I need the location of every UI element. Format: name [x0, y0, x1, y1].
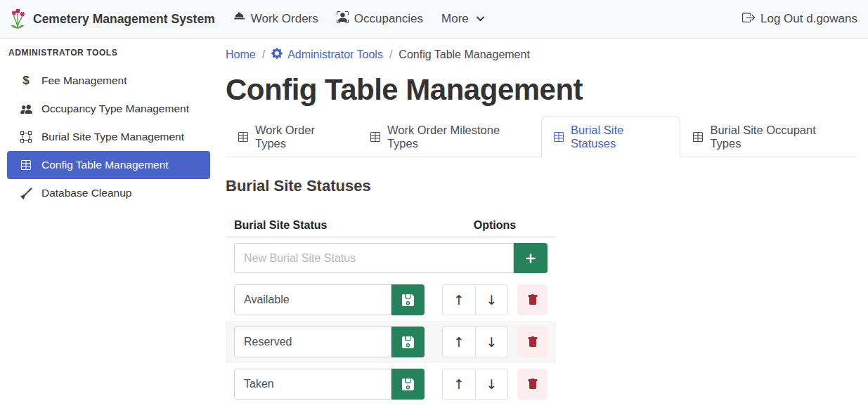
new-status-row — [226, 237, 556, 279]
breadcrumb-home[interactable]: Home — [226, 48, 256, 61]
person-bounding-box-icon — [337, 11, 349, 27]
reorder-group: ↑ ↓ — [442, 327, 508, 357]
tab-burial-site-occupant-types[interactable]: Burial Site Occupant Types — [680, 117, 857, 157]
move-down-button[interactable]: ↓ — [475, 284, 508, 315]
arrow-down-icon: ↓ — [486, 376, 498, 392]
tulip-logo-icon — [8, 8, 27, 29]
plus-icon — [524, 251, 538, 265]
status-row: ↑ ↓ — [226, 363, 556, 405]
tab-label: Work Order Types — [255, 124, 346, 150]
app-brand[interactable]: Cemetery Management System — [8, 8, 215, 29]
breadcrumb-separator: / — [389, 48, 392, 61]
sidebar-item-label: Burial Site Type Management — [41, 131, 184, 143]
arrow-down-icon: ↓ — [486, 292, 498, 308]
column-header-options: Options — [442, 219, 548, 232]
status-table: Burial Site Status Options ↑ ↓ — [226, 214, 556, 405]
arrow-up-icon: ↑ — [453, 376, 465, 392]
sidebar-item-label: Config Table Management — [41, 159, 169, 171]
status-row: ↑ ↓ — [226, 279, 556, 321]
chevron-down-icon — [476, 13, 485, 27]
breadcrumb-current: Config Table Management — [399, 48, 530, 61]
bounding-box-icon — [20, 131, 32, 143]
main-content: Home / Administrator Tools / Config Tabl… — [218, 39, 868, 415]
arrow-down-icon: ↓ — [486, 334, 498, 350]
table-icon — [692, 131, 704, 143]
nav-links: Work Orders Occupancies More — [233, 11, 485, 27]
delete-status-button[interactable] — [517, 369, 548, 400]
tab-label: Burial Site Statuses — [571, 124, 668, 150]
tab-burial-site-statuses[interactable]: Burial Site Statuses — [541, 117, 680, 157]
status-value-input[interactable] — [234, 284, 391, 315]
logout-icon — [742, 11, 755, 27]
breadcrumb-admin-tools-label: Administrator Tools — [287, 48, 383, 61]
breadcrumb-separator: / — [262, 48, 265, 61]
nav-more-dropdown[interactable]: More — [441, 11, 485, 27]
hard-hat-icon — [233, 11, 245, 27]
config-tabs: Work Order Types Work Order Milestone Ty… — [226, 117, 857, 157]
page-title: Config Table Management — [226, 73, 857, 107]
tab-label: Work Order Milestone Types — [387, 124, 529, 150]
tab-work-order-milestone-types[interactable]: Work Order Milestone Types — [358, 117, 541, 157]
sidebar-item-label: Database Cleanup — [41, 187, 131, 199]
admin-sidebar: Administrator Tools $ Fee Management Occ… — [0, 39, 218, 415]
logout-button[interactable]: Log Out d.gowans — [742, 11, 857, 27]
table-header: Burial Site Status Options — [226, 214, 556, 237]
trash-icon — [527, 294, 538, 305]
nav-work-orders[interactable]: Work Orders — [233, 11, 318, 27]
status-value-input[interactable] — [234, 327, 391, 357]
table-icon — [238, 131, 249, 143]
reorder-group: ↑ ↓ — [442, 284, 508, 315]
broom-icon — [20, 187, 32, 199]
reorder-group: ↑ ↓ — [442, 369, 508, 400]
sidebar-item-fee-management[interactable]: $ Fee Management — [7, 67, 210, 95]
delete-status-button[interactable] — [517, 327, 548, 357]
nav-occupancies-label: Occupancies — [354, 12, 423, 26]
save-status-button[interactable] — [391, 327, 425, 357]
gear-icon — [271, 48, 283, 62]
sidebar-item-label: Occupancy Type Management — [41, 103, 189, 115]
nav-occupancies[interactable]: Occupancies — [337, 11, 423, 27]
move-up-button[interactable]: ↑ — [442, 284, 475, 315]
nav-more-label: More — [441, 12, 469, 26]
save-status-button[interactable] — [391, 284, 425, 315]
move-down-button[interactable]: ↓ — [475, 327, 508, 357]
sidebar-item-config-table[interactable]: Config Table Management — [7, 151, 210, 179]
sidebar-item-database-cleanup[interactable]: Database Cleanup — [7, 179, 210, 207]
column-header-status: Burial Site Status — [234, 219, 442, 232]
status-row: ↑ ↓ — [226, 321, 556, 363]
trash-icon — [527, 336, 538, 348]
app-title: Cemetery Management System — [33, 12, 215, 27]
save-icon — [402, 378, 414, 390]
table-icon — [370, 131, 381, 143]
breadcrumb-admin-tools[interactable]: Administrator Tools — [271, 48, 383, 62]
sidebar-item-label: Fee Management — [41, 74, 127, 87]
dollar-icon: $ — [20, 74, 32, 88]
delete-status-button[interactable] — [517, 284, 548, 315]
new-status-input[interactable] — [234, 243, 514, 273]
move-up-button[interactable]: ↑ — [442, 327, 475, 357]
logout-label: Log Out d.gowans — [760, 12, 857, 26]
status-rows: ↑ ↓ ↑ ↓ ↑ ↓ — [226, 279, 556, 405]
arrow-up-icon: ↑ — [453, 334, 465, 350]
top-navbar: Cemetery Management System Work Orders O… — [0, 0, 868, 39]
sidebar-item-occupancy-type[interactable]: Occupancy Type Management — [7, 95, 210, 123]
trash-icon — [527, 378, 538, 390]
people-icon — [20, 103, 32, 115]
add-status-button[interactable] — [514, 243, 548, 273]
table-icon — [20, 159, 32, 171]
table-icon — [553, 131, 564, 143]
save-status-button[interactable] — [391, 369, 425, 400]
tab-work-order-types[interactable]: Work Order Types — [226, 117, 358, 157]
section-heading: Burial Site Statuses — [226, 177, 857, 195]
sidebar-heading: Administrator Tools — [8, 48, 218, 58]
nav-work-orders-label: Work Orders — [251, 12, 318, 26]
breadcrumb: Home / Administrator Tools / Config Tabl… — [226, 48, 857, 62]
save-icon — [402, 336, 414, 348]
move-down-button[interactable]: ↓ — [475, 369, 508, 400]
status-value-input[interactable] — [234, 369, 391, 400]
arrow-up-icon: ↑ — [453, 292, 465, 308]
sidebar-item-burial-site-type[interactable]: Burial Site Type Management — [7, 123, 210, 151]
move-up-button[interactable]: ↑ — [442, 369, 475, 400]
save-icon — [402, 294, 414, 306]
tab-label: Burial Site Occupant Types — [710, 124, 846, 150]
